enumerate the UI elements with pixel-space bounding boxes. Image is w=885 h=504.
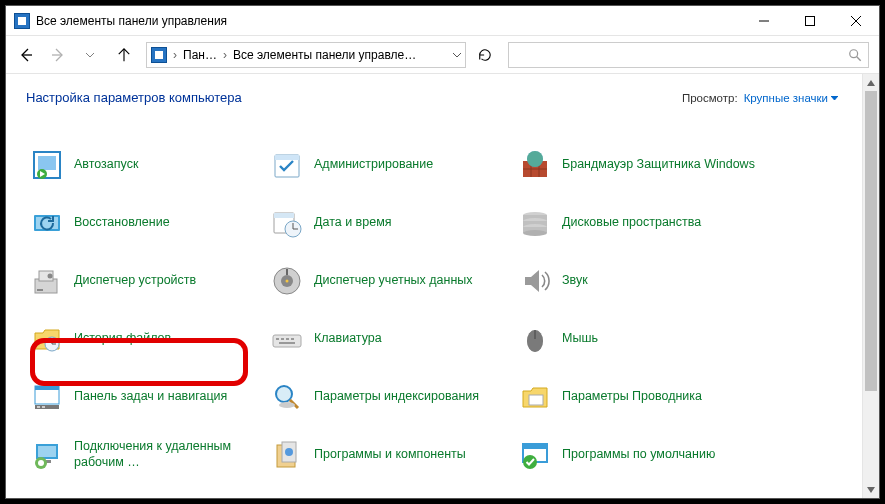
- svg-point-66: [38, 460, 44, 466]
- sound-icon: [518, 264, 552, 298]
- refresh-button[interactable]: [470, 42, 500, 68]
- storage-icon: [518, 206, 552, 240]
- svg-point-33: [523, 230, 547, 236]
- defaults-icon: [518, 438, 552, 472]
- item-explorer[interactable]: Параметры Проводника: [514, 377, 774, 417]
- svg-rect-46: [276, 338, 279, 340]
- nav-toolbar: › Пан… › Все элементы панели управле…: [6, 36, 879, 74]
- svg-rect-13: [275, 155, 299, 160]
- svg-rect-23: [274, 213, 294, 218]
- indexing-icon: [270, 380, 304, 414]
- taskbar-icon: [30, 380, 64, 414]
- svg-rect-50: [279, 342, 295, 344]
- item-keyboard[interactable]: Клавиатура: [266, 319, 514, 359]
- svg-rect-55: [35, 386, 59, 390]
- devmgr-icon: [30, 264, 64, 298]
- svg-rect-48: [286, 338, 289, 340]
- item-rdp[interactable]: Подключения к удаленным рабочим …: [26, 435, 266, 475]
- svg-rect-63: [38, 446, 56, 457]
- keyboard-icon: [270, 322, 304, 356]
- svg-rect-61: [529, 395, 543, 405]
- item-indexing[interactable]: Параметры индексирования: [266, 377, 514, 417]
- svg-point-7: [850, 49, 858, 57]
- svg-rect-21: [36, 217, 58, 229]
- address-dropdown-icon[interactable]: [453, 48, 461, 62]
- item-defaults[interactable]: Программы по умолчанию: [514, 435, 774, 475]
- item-progs[interactable]: Программы и компоненты: [266, 435, 514, 475]
- recent-dropdown[interactable]: [76, 41, 104, 69]
- item-mouse[interactable]: Мышь: [514, 319, 774, 359]
- search-icon: [848, 48, 862, 62]
- control-panel-icon: [14, 13, 30, 29]
- item-storage[interactable]: Дисковые пространства: [514, 203, 774, 243]
- recovery-icon: [30, 206, 64, 240]
- item-taskbar[interactable]: Панель задач и навигация: [26, 377, 266, 417]
- svg-rect-45: [273, 335, 301, 347]
- item-recovery[interactable]: Восстановление: [26, 203, 266, 243]
- datetime-icon: [270, 206, 304, 240]
- svg-rect-10: [38, 156, 56, 170]
- svg-rect-40: [286, 269, 288, 275]
- close-button[interactable]: [833, 6, 879, 36]
- breadcrumb-2[interactable]: Все элементы панели управле…: [233, 48, 416, 62]
- svg-line-8: [857, 56, 861, 60]
- chevron-icon: ›: [173, 48, 177, 62]
- content-pane: Настройка параметров компьютера Просмотр…: [6, 74, 862, 498]
- chevron-icon: ›: [223, 48, 227, 62]
- item-admin[interactable]: Администрирование: [266, 145, 514, 185]
- svg-point-36: [48, 274, 53, 279]
- item-firewall[interactable]: Брандмауэр Защитника Windows: [514, 145, 774, 185]
- svg-rect-37: [37, 289, 43, 291]
- minimize-button[interactable]: [741, 6, 787, 36]
- item-devmgr[interactable]: Диспетчер устройств: [26, 261, 266, 301]
- progs-icon: [270, 438, 304, 472]
- window-title: Все элементы панели управления: [36, 14, 741, 28]
- search-input[interactable]: [508, 42, 869, 68]
- svg-rect-58: [42, 406, 45, 408]
- explorer-icon: [518, 380, 552, 414]
- view-label: Просмотр:: [682, 92, 738, 104]
- svg-point-69: [285, 448, 293, 456]
- up-button[interactable]: [110, 41, 138, 69]
- scroll-down-icon[interactable]: [863, 481, 879, 498]
- scrollbar-track[interactable]: [863, 391, 879, 481]
- address-bar[interactable]: › Пан… › Все элементы панели управле…: [146, 42, 466, 68]
- back-button[interactable]: [12, 41, 40, 69]
- item-sound[interactable]: Звук: [514, 261, 774, 301]
- maximize-button[interactable]: [787, 6, 833, 36]
- rdp-icon: [30, 438, 64, 472]
- address-icon: [151, 47, 167, 63]
- admin-icon: [270, 148, 304, 182]
- item-filehist[interactable]: История файлов: [26, 319, 266, 359]
- view-mode-dropdown[interactable]: Крупные значки: [744, 92, 838, 104]
- firewall-icon: [518, 148, 552, 182]
- page-title: Настройка параметров компьютера: [26, 90, 682, 105]
- svg-rect-47: [281, 338, 284, 340]
- control-panel-window: Все элементы панели управления: [5, 5, 880, 499]
- titlebar: Все элементы панели управления: [6, 6, 879, 36]
- svg-rect-71: [523, 444, 547, 449]
- filehist-icon: [30, 322, 64, 356]
- vertical-scrollbar[interactable]: [862, 74, 879, 498]
- svg-point-19: [527, 151, 543, 167]
- cred-icon: [270, 264, 304, 298]
- body-area: Настройка параметров компьютера Просмотр…: [6, 74, 879, 498]
- mouse-icon: [518, 322, 552, 356]
- svg-point-59: [276, 386, 292, 402]
- svg-point-41: [286, 280, 289, 283]
- scrollbar-thumb[interactable]: [865, 91, 877, 391]
- svg-rect-1: [806, 16, 815, 25]
- item-autorun[interactable]: Автозапуск: [26, 145, 266, 185]
- svg-rect-57: [37, 406, 40, 408]
- svg-rect-49: [291, 338, 294, 340]
- item-datetime[interactable]: Дата и время: [266, 203, 514, 243]
- autorun-icon: [30, 148, 64, 182]
- breadcrumb-1[interactable]: Пан…: [183, 48, 217, 62]
- forward-button[interactable]: [44, 41, 72, 69]
- item-cred[interactable]: Диспетчер учетных данных: [266, 261, 514, 301]
- scroll-up-icon[interactable]: [863, 74, 879, 91]
